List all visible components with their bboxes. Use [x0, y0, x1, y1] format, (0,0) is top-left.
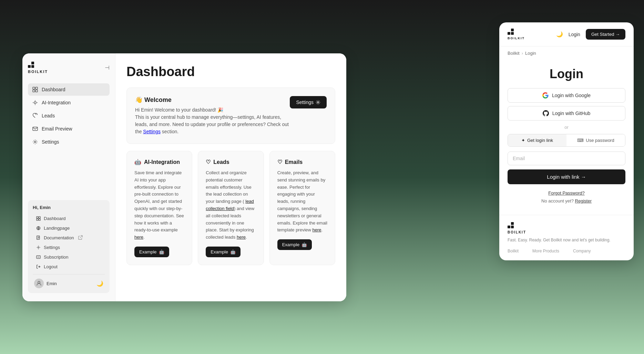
svg-rect-7: [36, 216, 38, 218]
theme-toggle[interactable]: 🌙: [96, 280, 103, 287]
ai-card-icon: 🤖: [134, 159, 141, 165]
user-nav-docs-label: Documentation: [44, 235, 74, 240]
login-submit-button[interactable]: Login with link →: [508, 169, 625, 184]
emails-card-icon: ♡: [277, 159, 282, 165]
page-title: Dashboard: [126, 64, 335, 79]
main-content: Dashboard 👋 Welcome Hi Emin! Welcome to …: [115, 53, 346, 301]
ai-example-link[interactable]: here: [134, 235, 143, 240]
google-icon: [542, 92, 549, 98]
github-icon: [543, 110, 549, 116]
tab-password[interactable]: ⌨ Use password: [566, 134, 625, 146]
sidebar-logo-text: BOILKIT: [28, 70, 48, 74]
svg-rect-9: [36, 219, 38, 220]
logo-grid: [28, 62, 48, 68]
tab-link-label: Get login link: [527, 138, 553, 143]
get-started-button[interactable]: Get Started →: [586, 29, 625, 40]
sidebar-email-label: Email Preview: [42, 126, 72, 132]
sidebar-settings-label: Settings: [42, 139, 59, 145]
login-logo-grid: [508, 29, 525, 35]
breadcrumb-home[interactable]: Boilkit: [508, 51, 520, 56]
collapse-button[interactable]: ⊣: [105, 64, 110, 71]
sidebar-item-settings[interactable]: Settings: [28, 136, 110, 148]
logo-mark: BOILKIT: [28, 62, 48, 74]
login-logo-text: BOILKIT: [508, 37, 525, 40]
user-nav-dashboard[interactable]: Dashboard: [33, 214, 105, 223]
login-body: Login Login with Google Login with GitHu…: [499, 60, 634, 215]
emails-example-button[interactable]: Example 🤖: [277, 239, 312, 250]
lead-field-link[interactable]: lead collection field: [206, 199, 254, 211]
sidebar-item-leads[interactable]: Leads: [28, 110, 110, 122]
leads-btn-icon: 🤖: [230, 249, 236, 254]
footer-link-products[interactable]: More Products: [532, 249, 559, 253]
svg-point-16: [317, 102, 319, 103]
google-login-button[interactable]: Login with Google: [508, 88, 625, 103]
leads-btn-label: Example: [211, 249, 228, 254]
user-nav-subscription[interactable]: Subscription: [33, 252, 105, 262]
ai-icon: [32, 100, 38, 106]
ai-integration-card: 🤖 AI-Integration Save time and integrate…: [126, 151, 192, 265]
login-submit-label: Login with link →: [547, 174, 586, 180]
user-footer: Emin 🌙: [33, 274, 105, 288]
github-btn-label: Login with GitHub: [552, 111, 591, 116]
footer-logo: BOILKIT: [508, 222, 625, 234]
forgot-password-link[interactable]: Forgot Password?: [548, 190, 585, 196]
link-icon: ✦: [521, 138, 525, 143]
user-nav-logout[interactable]: Logout: [33, 262, 105, 271]
ai-example-button[interactable]: Example 🤖: [134, 247, 169, 257]
github-login-button[interactable]: Login with GitHub: [508, 106, 625, 121]
footer-link-company[interactable]: Company: [573, 249, 591, 253]
ai-btn-icon: 🤖: [159, 249, 164, 254]
svg-rect-8: [39, 216, 40, 218]
leads-card-body: Collect and organize potential customer …: [206, 169, 256, 241]
emails-btn-label: Example: [282, 242, 300, 247]
register-link[interactable]: Register: [575, 198, 592, 204]
user-info: Emin: [34, 279, 57, 288]
user-settings-icon: [35, 244, 41, 250]
docs-icon: [35, 235, 41, 240]
sidebar-item-email-preview[interactable]: Email Preview: [28, 123, 110, 135]
sidebar-ai-label: AI-Integration: [42, 100, 71, 105]
welcome-title: 👋 Welcome: [135, 96, 290, 104]
leads-card: ♡ Leads Collect and organize potential c…: [198, 151, 264, 265]
leads-card-title: ♡ Leads: [206, 159, 256, 165]
svg-rect-0: [33, 87, 35, 89]
settings-button[interactable]: Settings: [290, 96, 327, 108]
leads-here-link[interactable]: here: [237, 235, 246, 240]
user-nav-logout-label: Logout: [44, 264, 58, 269]
ai-btn-label: Example: [139, 249, 157, 254]
svg-point-13: [38, 247, 39, 248]
sidebar-item-ai-integration[interactable]: AI-Integration: [28, 96, 110, 109]
leads-example-button[interactable]: Example 🤖: [206, 247, 241, 257]
footer-link-boilkit[interactable]: Boilkit: [508, 249, 519, 253]
user-nav-settings-label: Settings: [44, 245, 60, 250]
sidebar-item-dashboard[interactable]: Dashboard: [28, 83, 110, 96]
leads-icon: [32, 113, 38, 119]
breadcrumb-current: Login: [525, 51, 536, 56]
or-divider: or: [508, 125, 625, 130]
sidebar-nav: Dashboard AI-Integration Leads Email Pre…: [28, 83, 110, 149]
user-name: Emin: [47, 281, 57, 286]
svg-rect-10: [39, 219, 40, 220]
login-logo: BOILKIT: [508, 29, 525, 40]
login-tab-group: ✦ Get login link ⌨ Use password: [508, 134, 625, 147]
email-here-link[interactable]: here: [313, 227, 321, 232]
subscription-icon: [35, 254, 41, 260]
google-btn-label: Login with Google: [552, 93, 591, 98]
tab-login-link[interactable]: ✦ Get login link: [508, 134, 566, 146]
sidebar-leads-label: Leads: [42, 113, 55, 118]
svg-rect-5: [33, 127, 38, 131]
login-header-login-btn[interactable]: Login: [569, 32, 580, 37]
user-section: Hi, Emin Dashboard Landingpage: [28, 200, 110, 293]
login-theme-toggle[interactable]: 🌙: [556, 31, 563, 38]
feature-cards: 🤖 AI-Integration Save time and integrate…: [126, 151, 335, 265]
email-input[interactable]: [508, 152, 625, 165]
breadcrumb: Boilkit › Login: [499, 46, 634, 60]
settings-btn-label: Settings: [296, 100, 314, 105]
dashboard-panel: BOILKIT ⊣ Dashboard AI-Integration: [22, 53, 346, 301]
settings-link[interactable]: Settings: [143, 129, 161, 134]
user-nav-settings[interactable]: Settings: [33, 242, 105, 252]
login-title: Login: [508, 67, 625, 81]
user-nav-landingpage[interactable]: Landingpage: [33, 223, 105, 233]
sidebar: BOILKIT ⊣ Dashboard AI-Integration: [22, 53, 115, 301]
user-nav-docs[interactable]: Documentation: [33, 233, 105, 242]
